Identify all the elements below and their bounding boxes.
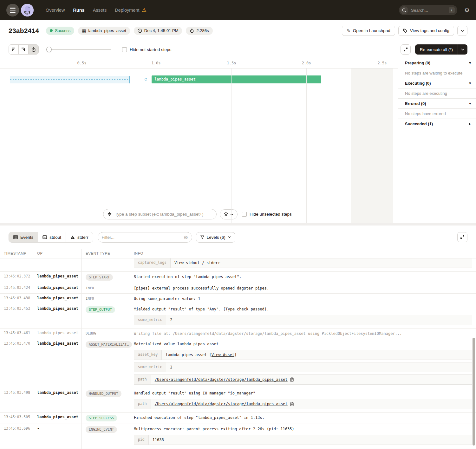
- hide-unselected-checkbox[interactable]: [242, 212, 247, 217]
- axis-tick-label: 2.0s: [302, 61, 311, 65]
- metadata-row: asset_keylambda_pipes_asset [View Asset]: [134, 350, 472, 360]
- global-search[interactable]: /: [399, 5, 457, 15]
- levels-dropdown[interactable]: Levels (6): [196, 232, 235, 243]
- metadata-value: 11635: [149, 435, 472, 445]
- run-more-actions-button[interactable]: [457, 26, 467, 36]
- open-in-launchpad-button[interactable]: ✎ Open in Launchpad: [342, 26, 395, 36]
- job-grid-icon: ▦: [82, 28, 86, 33]
- copy-icon[interactable]: [290, 377, 294, 382]
- log-expand-button[interactable]: [457, 232, 467, 242]
- log-op: lambda_pipes_asset: [33, 272, 82, 283]
- log-event-type: [82, 258, 130, 271]
- log-row[interactable]: 13:45:03.424lambda_pipes_assetINFO[pipes…: [0, 283, 476, 294]
- copy-icon[interactable]: [290, 402, 294, 406]
- log-timestamp: 13:45:03.498: [0, 388, 33, 412]
- clock-icon: [138, 29, 142, 33]
- flat-view-button[interactable]: [9, 45, 19, 54]
- stopwatch-icon: [31, 47, 36, 52]
- metadata-link[interactable]: /Users/alangenfeld/data/dagster/storage/…: [155, 402, 288, 406]
- log-row[interactable]: 13:45:02.372lambda_pipes_assetSTEP_START…: [0, 272, 476, 283]
- step-subset-input[interactable]: [115, 212, 212, 217]
- log-info: captured_logsView stdout / stderr: [130, 258, 476, 271]
- metadata-value: /Users/alangenfeld/data/dagster/storage/…: [151, 399, 472, 409]
- metadata-value-text: lambda_pipes_asset [View Asset]: [166, 352, 237, 358]
- log-timestamp: 13:45:02.372: [0, 272, 33, 283]
- filter-funnel-icon: [200, 235, 204, 239]
- dagster-logo[interactable]: [21, 4, 34, 16]
- collapse-triangle-icon: ▾: [469, 101, 471, 106]
- reexecute-all-button[interactable]: Re-execute all (*): [415, 44, 458, 55]
- view-tags-config-button[interactable]: View tags and config: [398, 26, 454, 36]
- tab-stdout[interactable]: stdout: [38, 232, 66, 242]
- log-row[interactable]: 13:45:03.505lambda_pipes_assetSTEP_SUCCE…: [0, 413, 476, 424]
- log-row[interactable]: 13:45:03.470lambda_pipes_assetASSET_MATE…: [0, 339, 476, 388]
- layers-icon: [224, 212, 228, 216]
- log-scrollbar[interactable]: [473, 338, 475, 446]
- log-info-text: [pipes] external process successfully op…: [134, 285, 472, 291]
- hide-not-started-label: Hide not started steps: [130, 47, 171, 52]
- metadata-table: asset_keylambda_pipes_asset [View Asset]…: [134, 350, 472, 386]
- log-table-header: TIMESTAMPOPEVENT TYPEINFO: [0, 249, 476, 258]
- metadata-link[interactable]: /Users/alangenfeld/data/dagster/storage/…: [155, 377, 288, 382]
- sidebar-section-errored[interactable]: Errored (0)▾: [398, 99, 476, 109]
- run-start-time: Dec 4, 1:45:01 PM: [134, 27, 182, 35]
- nav-item-overview[interactable]: Overview: [46, 8, 65, 13]
- sidebar-section-preparing[interactable]: Preparing (0)▾: [398, 58, 476, 68]
- log-info: Finished execution of step "lambda_pipes…: [130, 413, 476, 424]
- metadata-row: some_metric2: [134, 315, 472, 325]
- gantt-step-bar[interactable]: lambda_pipes_asset: [152, 75, 321, 83]
- metadata-link[interactable]: View Asset: [212, 353, 234, 357]
- sidebar-section-empty-text: No steps have errored: [398, 109, 476, 119]
- log-info-text: Started execution of step "lambda_pipes_…: [134, 274, 472, 280]
- run-job-tag[interactable]: ▦ lambda_pipes_asset: [78, 27, 130, 35]
- log-event-type: HANDLED_OUTPUT: [82, 388, 130, 412]
- sidebar-section-executing[interactable]: Executing (0)▾: [398, 78, 476, 88]
- reexecute-options-button[interactable]: [458, 44, 467, 55]
- timed-view-button[interactable]: [29, 45, 38, 54]
- clear-filter-icon[interactable]: ⊗: [184, 234, 188, 240]
- run-duration: 2.286s: [186, 27, 212, 35]
- log-filter-input[interactable]: [102, 235, 184, 240]
- hide-not-started-checkbox[interactable]: [122, 47, 127, 52]
- metadata-table: path/Users/alangenfeld/data/dagster/stor…: [134, 399, 472, 410]
- slider-knob[interactable]: [46, 47, 52, 52]
- log-info: Yielded output "result" of type "Any". (…: [130, 304, 476, 328]
- metadata-value-text: 2: [170, 364, 172, 370]
- nav-item-runs[interactable]: Runs: [73, 8, 84, 13]
- log-row[interactable]: 13:45:03.696-ENGINE_EVENTMultiprocess ex…: [0, 424, 476, 448]
- log-event-type: STEP_OUTPUT: [82, 304, 130, 328]
- log-op: lambda_pipes_asset: [33, 294, 82, 304]
- metadata-row: path/Users/alangenfeld/data/dagster/stor…: [134, 374, 472, 385]
- event-log-table: TIMESTAMPOPEVENT TYPEINFO captured_logsV…: [0, 249, 476, 449]
- panel-resize-divider[interactable]: [0, 223, 476, 225]
- gear-icon[interactable]: ⚙: [464, 7, 470, 14]
- log-timestamp: 13:45:03.696: [0, 424, 33, 448]
- graph-options-button[interactable]: [220, 209, 238, 219]
- metadata-label: pid: [134, 435, 149, 445]
- log-event-type: DEBUG: [82, 329, 130, 339]
- nav-item-deployment[interactable]: Deployment⚠: [115, 8, 147, 13]
- terminal-icon: [42, 235, 47, 239]
- log-timestamp: 13:45:03.453: [0, 304, 33, 328]
- axis-gridline: [156, 68, 156, 223]
- sidebar-section-succeeded[interactable]: Succeeded (1)▸: [398, 119, 476, 129]
- gantt-zoom-slider[interactable]: [46, 49, 111, 50]
- log-timestamp: 13:45:03.424: [0, 283, 33, 293]
- axis-tick-label: 2.5s: [378, 61, 387, 65]
- log-row[interactable]: 13:45:03.461lambda_pipes_assetDEBUGWriti…: [0, 329, 476, 339]
- log-row[interactable]: 13:45:03.438lambda_pipes_assetINFOUsing …: [0, 294, 476, 304]
- hamburger-menu-button[interactable]: [6, 4, 19, 16]
- search-input[interactable]: [411, 8, 446, 13]
- log-op: lambda_pipes_asset: [33, 413, 82, 424]
- tab-stderr[interactable]: stderr: [66, 232, 93, 242]
- waterfall-view-button[interactable]: [19, 45, 29, 54]
- log-row[interactable]: 13:45:03.498lambda_pipes_assetHANDLED_OU…: [0, 388, 476, 413]
- nav-item-assets[interactable]: Assets: [93, 8, 107, 13]
- log-row[interactable]: captured_logsView stdout / stderr: [0, 258, 476, 272]
- log-row[interactable]: 13:45:03.453lambda_pipes_assetSTEP_OUTPU…: [0, 304, 476, 329]
- tab-Events[interactable]: Events: [9, 232, 38, 242]
- log-event-type: ENGINE_EVENT: [82, 424, 130, 448]
- gantt-expand-button[interactable]: [401, 44, 411, 55]
- sidebar-section-title: Errored (0): [405, 101, 426, 106]
- step-selector-icon: [107, 212, 112, 217]
